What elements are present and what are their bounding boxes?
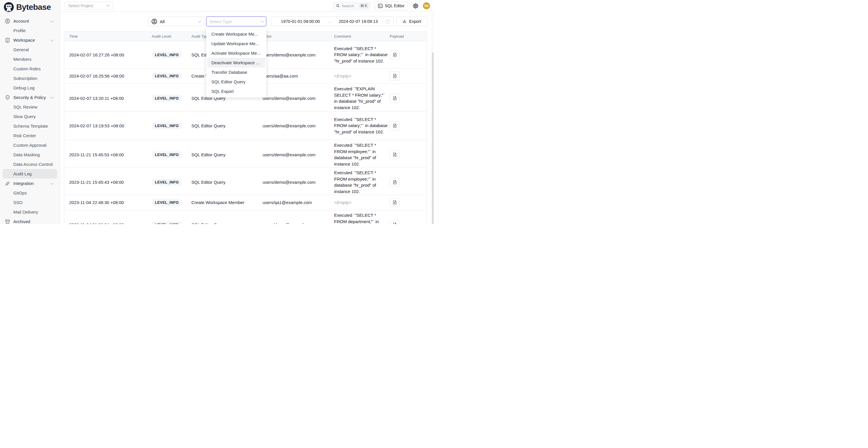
sidebar-item-general[interactable]: General xyxy=(3,45,57,55)
cell-time: 2024-02-07 13:20:11 +08:00 xyxy=(69,84,152,113)
search-input[interactable]: Search ⌘ K xyxy=(333,2,370,10)
date-range-end[interactable]: 2024-02-07 18:09:13 xyxy=(333,19,384,24)
table-row: 2023-11-21 15:45:43 +08:00 LEVEL_INFO SQ… xyxy=(64,167,427,195)
view-payload-button[interactable] xyxy=(390,94,400,103)
cell-comment: Executed `"SELECT * FROM department;"` i… xyxy=(334,210,390,224)
sidebar-item-data-access-control[interactable]: Data Access Control xyxy=(3,159,57,169)
type-filter-select[interactable]: Select Type xyxy=(206,17,267,26)
view-payload-button[interactable] xyxy=(390,71,400,81)
type-filter-dropdown: Create Workspace Me... Update Workspace … xyxy=(206,28,267,98)
dropdown-item-create-workspace-member[interactable]: Create Workspace Me... xyxy=(207,29,265,39)
archive-icon xyxy=(5,219,10,224)
cell-audit-type: SQL Editor Query xyxy=(191,140,262,169)
cell-time: 2024-02-07 16:25:56 +08:00 xyxy=(69,69,152,83)
sidebar-item-gitops[interactable]: GitOps xyxy=(3,188,57,198)
sidebar-item-custom-roles[interactable]: Custom Roles xyxy=(3,64,57,73)
cell-actor: users/demo@example.com xyxy=(262,210,334,224)
view-payload-button[interactable] xyxy=(390,150,400,159)
sidebar-item-slow-query[interactable]: Slow Query xyxy=(3,112,57,121)
cell-comment: Executed `"SELECT * FROM salary;"` in da… xyxy=(334,43,390,66)
sidebar-item-label: Data Access Control xyxy=(3,162,53,167)
cell-time: 2023-11-21 15:45:43 +08:00 xyxy=(69,167,152,196)
user-circle-icon xyxy=(5,18,10,24)
type-filter-placeholder: Select Type xyxy=(209,19,259,24)
sidebar-item-archived[interactable]: Archived xyxy=(3,217,57,224)
sidebar-item-account[interactable]: Account xyxy=(3,16,57,26)
table-row: 2023-11-04 21:26:24 +08:00 LEVEL_INFO SQ… xyxy=(64,210,427,224)
sidebar-item-integration[interactable]: Integration xyxy=(3,179,57,188)
project-select[interactable]: Select Project xyxy=(65,2,113,9)
dropdown-item-deactivate-workspace-member[interactable]: Deactivate Workspace ... xyxy=(207,58,265,67)
sidebar-item-debug-log[interactable]: Debug Log xyxy=(3,83,57,93)
sidebar-item-data-masking[interactable]: Data Masking xyxy=(3,150,57,159)
table-row: 2023-11-21 15:45:53 +08:00 LEVEL_INFO SQ… xyxy=(64,140,427,167)
audit-level-badge: LEVEL_INFO xyxy=(152,73,182,79)
cell-actor: users/demo@example.com xyxy=(262,140,334,169)
export-button[interactable]: Export xyxy=(396,17,427,26)
sidebar-item-subscription[interactable]: Subscription xyxy=(3,73,57,83)
cell-comment: Executed `"SELECT * FROM employee;"` in … xyxy=(334,140,390,169)
audit-level-badge: LEVEL_INFO xyxy=(152,95,182,102)
date-range-picker[interactable]: 1970-01-01 08:00:00 → 2024-02-07 18:09:1… xyxy=(271,17,394,26)
dropdown-item-activate-workspace-member[interactable]: Activate Workspace Me... xyxy=(207,48,265,58)
settings-gear-icon[interactable] xyxy=(412,2,419,9)
user-avatar[interactable]: DE xyxy=(423,2,430,9)
dropdown-item-sql-export[interactable]: SQL Export xyxy=(207,87,265,96)
cell-actor: users/aa@aa.com xyxy=(262,69,334,83)
table-row: 2024-02-07 13:19:53 +08:00 LEVEL_INFO SQ… xyxy=(64,111,427,140)
arrow-right-icon: → xyxy=(326,19,333,24)
sidebar-item-workspace[interactable]: Workspace xyxy=(3,35,57,45)
sidebar-item-risk-center[interactable]: Risk Center xyxy=(3,131,57,140)
sidebar-item-custom-approval[interactable]: Custom Approval xyxy=(3,140,57,150)
sidebar: Bytebase Account Profile Workspace xyxy=(0,0,60,224)
chevron-down-icon xyxy=(106,3,110,6)
actor-filter-value: All xyxy=(160,19,194,24)
sidebar-item-security-policy[interactable]: Security & Policy xyxy=(3,93,57,102)
user-circle-icon xyxy=(151,18,157,25)
dropdown-item-transfer-database[interactable]: Transfer Database xyxy=(207,67,265,77)
cell-actor: users/demo@example.com xyxy=(262,167,334,196)
view-payload-button[interactable] xyxy=(390,198,400,207)
actor-filter-select[interactable]: All xyxy=(148,17,204,26)
view-payload-button[interactable] xyxy=(390,121,400,130)
scrollbar-thumb[interactable] xyxy=(432,53,434,224)
sidebar-item-label: Data Masking xyxy=(3,152,40,157)
dropdown-item-sql-editor-query[interactable]: SQL Editor Query xyxy=(207,77,265,87)
bytebase-logo[interactable]: Bytebase xyxy=(3,2,51,12)
cell-audit-type: SQL Editor Query xyxy=(191,167,262,196)
view-payload-button[interactable] xyxy=(390,178,400,187)
sidebar-item-sso[interactable]: SSO xyxy=(3,198,57,207)
sidebar-item-label: Members xyxy=(3,57,32,62)
column-header-audit-level: Audit Level xyxy=(152,32,191,41)
dropdown-item-update-workspace-member[interactable]: Update Workspace Me... xyxy=(207,39,265,48)
cell-actor: users/qa1@example.com xyxy=(262,195,334,210)
topbar: Select Project Search ⌘ K SQL Editor DE xyxy=(60,0,434,11)
cell-time: 2023-11-21 15:45:53 +08:00 xyxy=(69,140,152,169)
sidebar-item-mail-delivery[interactable]: Mail Delivery xyxy=(3,207,57,217)
sidebar-item-audit-log[interactable]: Audit Log xyxy=(3,169,57,179)
audit-level-badge: LEVEL_INFO xyxy=(152,52,182,58)
audit-level-badge: LEVEL_INFO xyxy=(152,179,182,186)
search-shortcut-badge: ⌘ K xyxy=(359,3,369,8)
cell-comment-empty: <Empty> xyxy=(334,73,351,78)
sidebar-item-profile[interactable]: Profile xyxy=(3,26,57,35)
sql-editor-button[interactable]: SQL Editor xyxy=(374,1,408,10)
sidebar-item-schema-template[interactable]: Schema Template xyxy=(3,121,57,131)
sidebar-item-label: Mail Delivery xyxy=(3,210,38,215)
sidebar-item-label: Subscription xyxy=(3,76,37,81)
search-icon xyxy=(336,4,340,8)
column-header-time: Time xyxy=(69,32,152,41)
chevron-down-icon xyxy=(50,181,53,184)
sidebar-item-label: Schema Template xyxy=(3,124,48,128)
column-header-payload: Payload xyxy=(390,32,427,41)
view-payload-button[interactable] xyxy=(390,50,400,59)
view-payload-button[interactable] xyxy=(390,220,400,224)
audit-log-page: Bytebase Account Profile Workspace xyxy=(0,0,434,224)
audit-level-badge: LEVEL_INFO xyxy=(152,221,182,224)
sidebar-item-members[interactable]: Members xyxy=(3,55,57,64)
sidebar-item-label: Custom Roles xyxy=(3,66,40,71)
date-range-start[interactable]: 1970-01-01 08:00:00 xyxy=(275,19,326,24)
cell-time: 2024-02-07 13:19:53 +08:00 xyxy=(69,111,152,140)
audit-level-badge: LEVEL_INFO xyxy=(152,151,182,158)
sidebar-item-sql-review[interactable]: SQL Review xyxy=(3,102,57,112)
